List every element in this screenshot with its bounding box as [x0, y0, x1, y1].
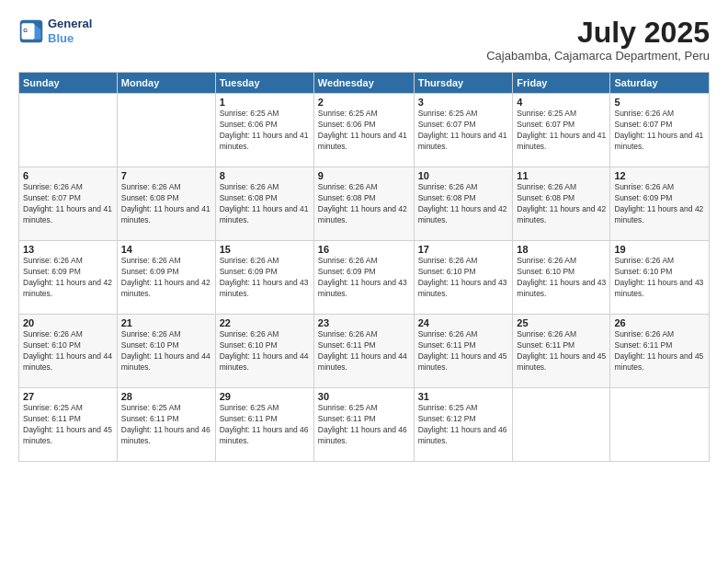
calendar-cell: 24Sunrise: 6:26 AM Sunset: 6:11 PM Dayli… — [414, 315, 513, 388]
day-detail: Sunrise: 6:26 AM Sunset: 6:07 PM Dayligh… — [614, 109, 705, 153]
day-number: 19 — [614, 244, 705, 255]
day-detail: Sunrise: 6:26 AM Sunset: 6:08 PM Dayligh… — [517, 182, 606, 226]
calendar-cell: 9Sunrise: 6:26 AM Sunset: 6:08 PM Daylig… — [313, 167, 414, 241]
day-number: 25 — [517, 317, 606, 328]
day-detail: Sunrise: 6:25 AM Sunset: 6:12 PM Dayligh… — [418, 403, 509, 447]
week-row-3: 13Sunrise: 6:26 AM Sunset: 6:09 PM Dayli… — [19, 241, 710, 315]
day-detail: Sunrise: 6:26 AM Sunset: 6:11 PM Dayligh… — [517, 329, 606, 373]
day-detail: Sunrise: 6:26 AM Sunset: 6:10 PM Dayligh… — [614, 256, 705, 300]
week-row-2: 6Sunrise: 6:26 AM Sunset: 6:07 PM Daylig… — [19, 167, 710, 241]
day-number: 24 — [418, 317, 509, 328]
day-detail: Sunrise: 6:26 AM Sunset: 6:11 PM Dayligh… — [614, 329, 705, 373]
weekday-tuesday: Tuesday — [215, 73, 313, 94]
page: G General Blue July 2025 Cajabamba, Caja… — [0, 0, 728, 563]
calendar-cell: 6Sunrise: 6:26 AM Sunset: 6:07 PM Daylig… — [19, 167, 118, 241]
day-number: 30 — [318, 391, 410, 402]
day-number: 6 — [23, 170, 113, 181]
weekday-wednesday: Wednesday — [313, 73, 414, 94]
day-detail: Sunrise: 6:25 AM Sunset: 6:06 PM Dayligh… — [318, 109, 410, 153]
calendar-cell: 22Sunrise: 6:26 AM Sunset: 6:10 PM Dayli… — [215, 315, 313, 388]
calendar-cell — [610, 388, 710, 462]
calendar-cell: 17Sunrise: 6:26 AM Sunset: 6:10 PM Dayli… — [414, 241, 513, 315]
day-detail: Sunrise: 6:25 AM Sunset: 6:11 PM Dayligh… — [220, 403, 310, 447]
calendar-cell: 2Sunrise: 6:25 AM Sunset: 6:06 PM Daylig… — [313, 94, 414, 167]
day-detail: Sunrise: 6:26 AM Sunset: 6:08 PM Dayligh… — [220, 182, 310, 226]
day-number: 10 — [418, 170, 509, 181]
day-number: 18 — [517, 244, 606, 255]
header: G General Blue July 2025 Cajabamba, Caja… — [18, 17, 710, 63]
title-block: July 2025 Cajabamba, Cajamarca Departmen… — [486, 17, 710, 63]
calendar-cell: 3Sunrise: 6:25 AM Sunset: 6:07 PM Daylig… — [414, 94, 513, 167]
day-number: 5 — [614, 97, 705, 108]
calendar-table: SundayMondayTuesdayWednesdayThursdayFrid… — [18, 72, 710, 462]
svg-text:G: G — [23, 26, 28, 32]
day-number: 27 — [23, 391, 113, 402]
day-detail: Sunrise: 6:26 AM Sunset: 6:07 PM Dayligh… — [23, 182, 113, 226]
day-detail: Sunrise: 6:26 AM Sunset: 6:08 PM Dayligh… — [418, 182, 509, 226]
day-detail: Sunrise: 6:26 AM Sunset: 6:08 PM Dayligh… — [121, 182, 211, 226]
day-number: 2 — [318, 97, 410, 108]
calendar-cell — [513, 388, 610, 462]
logo-text: General Blue — [48, 17, 92, 45]
calendar-cell: 10Sunrise: 6:26 AM Sunset: 6:08 PM Dayli… — [414, 167, 513, 241]
week-row-1: 1Sunrise: 6:25 AM Sunset: 6:06 PM Daylig… — [19, 94, 710, 167]
day-number: 13 — [23, 244, 113, 255]
calendar-cell: 12Sunrise: 6:26 AM Sunset: 6:09 PM Dayli… — [610, 167, 710, 241]
day-number: 11 — [517, 170, 606, 181]
week-row-5: 27Sunrise: 6:25 AM Sunset: 6:11 PM Dayli… — [19, 388, 710, 462]
day-number: 21 — [121, 317, 211, 328]
day-number: 20 — [23, 317, 113, 328]
weekday-sunday: Sunday — [19, 73, 118, 94]
day-number: 23 — [318, 317, 410, 328]
day-detail: Sunrise: 6:26 AM Sunset: 6:11 PM Dayligh… — [318, 329, 410, 373]
logo-icon: G — [18, 18, 44, 44]
day-detail: Sunrise: 6:26 AM Sunset: 6:09 PM Dayligh… — [220, 256, 310, 300]
day-detail: Sunrise: 6:26 AM Sunset: 6:09 PM Dayligh… — [121, 256, 211, 300]
calendar-cell: 18Sunrise: 6:26 AM Sunset: 6:10 PM Dayli… — [513, 241, 610, 315]
calendar-cell: 21Sunrise: 6:26 AM Sunset: 6:10 PM Dayli… — [117, 315, 215, 388]
calendar-cell: 7Sunrise: 6:26 AM Sunset: 6:08 PM Daylig… — [117, 167, 215, 241]
calendar-cell: 26Sunrise: 6:26 AM Sunset: 6:11 PM Dayli… — [610, 315, 710, 388]
day-number: 7 — [121, 170, 211, 181]
day-number: 12 — [614, 170, 705, 181]
day-detail: Sunrise: 6:26 AM Sunset: 6:09 PM Dayligh… — [318, 256, 410, 300]
day-number: 22 — [220, 317, 310, 328]
day-detail: Sunrise: 6:26 AM Sunset: 6:09 PM Dayligh… — [23, 256, 113, 300]
calendar-cell: 16Sunrise: 6:26 AM Sunset: 6:09 PM Dayli… — [313, 241, 414, 315]
day-detail: Sunrise: 6:25 AM Sunset: 6:11 PM Dayligh… — [318, 403, 410, 447]
day-detail: Sunrise: 6:26 AM Sunset: 6:10 PM Dayligh… — [121, 329, 211, 373]
day-number: 16 — [318, 244, 410, 255]
calendar-cell: 1Sunrise: 6:25 AM Sunset: 6:06 PM Daylig… — [215, 94, 313, 167]
day-detail: Sunrise: 6:25 AM Sunset: 6:11 PM Dayligh… — [23, 403, 113, 447]
calendar-cell: 29Sunrise: 6:25 AM Sunset: 6:11 PM Dayli… — [215, 388, 313, 462]
calendar-cell: 5Sunrise: 6:26 AM Sunset: 6:07 PM Daylig… — [610, 94, 710, 167]
week-row-4: 20Sunrise: 6:26 AM Sunset: 6:10 PM Dayli… — [19, 315, 710, 388]
logo-line2: Blue — [48, 31, 74, 45]
subtitle: Cajabamba, Cajamarca Department, Peru — [486, 49, 710, 63]
calendar-cell: 19Sunrise: 6:26 AM Sunset: 6:10 PM Dayli… — [610, 241, 710, 315]
day-detail: Sunrise: 6:26 AM Sunset: 6:10 PM Dayligh… — [23, 329, 113, 373]
day-number: 31 — [418, 391, 509, 402]
day-detail: Sunrise: 6:26 AM Sunset: 6:09 PM Dayligh… — [614, 182, 705, 226]
day-number: 1 — [220, 97, 310, 108]
day-detail: Sunrise: 6:25 AM Sunset: 6:06 PM Dayligh… — [220, 109, 310, 153]
calendar-cell: 13Sunrise: 6:26 AM Sunset: 6:09 PM Dayli… — [19, 241, 118, 315]
calendar-cell: 27Sunrise: 6:25 AM Sunset: 6:11 PM Dayli… — [19, 388, 118, 462]
day-detail: Sunrise: 6:26 AM Sunset: 6:10 PM Dayligh… — [517, 256, 606, 300]
calendar-cell: 31Sunrise: 6:25 AM Sunset: 6:12 PM Dayli… — [414, 388, 513, 462]
day-detail: Sunrise: 6:26 AM Sunset: 6:11 PM Dayligh… — [418, 329, 509, 373]
calendar-cell: 4Sunrise: 6:25 AM Sunset: 6:07 PM Daylig… — [513, 94, 610, 167]
logo-line1: General — [48, 17, 92, 31]
logo: G General Blue — [18, 17, 92, 45]
calendar-cell — [19, 94, 118, 167]
weekday-header-row: SundayMondayTuesdayWednesdayThursdayFrid… — [19, 73, 710, 94]
day-detail: Sunrise: 6:25 AM Sunset: 6:07 PM Dayligh… — [517, 109, 606, 153]
weekday-thursday: Thursday — [414, 73, 513, 94]
day-number: 9 — [318, 170, 410, 181]
calendar-cell: 20Sunrise: 6:26 AM Sunset: 6:10 PM Dayli… — [19, 315, 118, 388]
day-number: 28 — [121, 391, 211, 402]
calendar-cell: 23Sunrise: 6:26 AM Sunset: 6:11 PM Dayli… — [313, 315, 414, 388]
day-number: 17 — [418, 244, 509, 255]
day-number: 14 — [121, 244, 211, 255]
weekday-friday: Friday — [513, 73, 610, 94]
